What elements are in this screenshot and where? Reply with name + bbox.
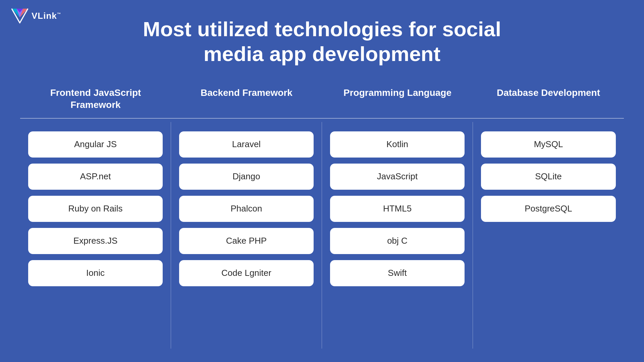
list-item: Cake PHP (179, 228, 314, 254)
col-header-database: Database Development (473, 83, 624, 119)
programming-column: Kotlin JavaScript HTML5 obj C Swift (322, 122, 473, 349)
database-column: MySQL SQLite PostgreSQL (473, 122, 624, 349)
list-item: Angular JS (28, 131, 163, 158)
logo: VLink™ (10, 6, 61, 25)
list-item: JavaScript (330, 164, 465, 190)
col-header-programming: Programming Language (322, 83, 473, 119)
page-container: VLink™ Most utilized technologies for so… (0, 0, 644, 362)
list-item: Code Lgniter (179, 260, 314, 286)
technologies-table: Frontend JavaScript Framework Backend Fr… (20, 83, 624, 349)
list-item: Ionic (28, 260, 163, 286)
list-item: Swift (330, 260, 465, 286)
backend-column: Laravel Django Phalcon Cake PHP Code Lgn… (171, 122, 322, 349)
list-item: Ruby on Rails (28, 196, 163, 222)
table-body: Angular JS ASP.net Ruby on Rails Express… (20, 122, 624, 349)
list-item: Express.JS (28, 228, 163, 254)
list-item: Kotlin (330, 131, 465, 158)
col-header-frontend: Frontend JavaScript Framework (20, 83, 171, 119)
col-header-backend: Backend Framework (171, 83, 322, 119)
list-item: obj C (330, 228, 465, 254)
list-item: PostgreSQL (481, 196, 616, 222)
list-item: Django (179, 164, 314, 190)
list-item: SQLite (481, 164, 616, 190)
list-item: HTML5 (330, 196, 465, 222)
logo-text: VLink™ (32, 11, 61, 21)
list-item: Laravel (179, 131, 314, 158)
list-item: Phalcon (179, 196, 314, 222)
frontend-column: Angular JS ASP.net Ruby on Rails Express… (20, 122, 171, 349)
list-item: ASP.net (28, 164, 163, 190)
vlink-logo-icon (10, 6, 30, 25)
list-item: MySQL (481, 131, 616, 158)
page-title: Most utilized technologies for social me… (138, 17, 506, 67)
table-header-row: Frontend JavaScript Framework Backend Fr… (20, 83, 624, 119)
